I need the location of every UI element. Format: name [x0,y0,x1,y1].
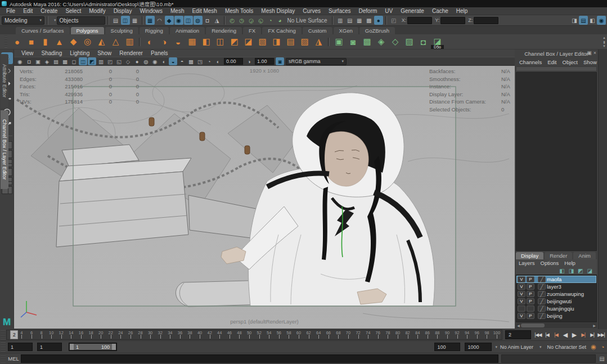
layer-color-swatch[interactable]: ╱ [538,291,546,297]
scrollbar-thumb[interactable] [521,323,545,327]
menu-item[interactable]: Help [452,8,472,14]
timeline-frame-cell[interactable]: 68 [334,330,344,339]
coord-input[interactable] [407,17,432,24]
divider[interactable] [332,16,334,25]
channel-box-menu-item[interactable]: Channels [516,59,545,65]
shelf-tab[interactable]: Animation [170,27,205,34]
step-back-key-button[interactable]: |◀ [552,330,560,339]
menu-item[interactable]: Mesh Display [257,8,299,14]
bookmarks-icon[interactable]: ◈ [43,57,51,65]
image-plane-icon[interactable]: ▤ [52,57,60,65]
go-to-start-button[interactable]: |◀◀ [534,330,542,339]
lock-selection-icon[interactable]: ◘ [203,16,212,25]
timeline-frame-cell[interactable]: 30 [145,330,155,339]
timeline-frame-cell[interactable]: 100 [492,330,502,339]
timeline-frame-cell[interactable]: 40 [195,330,205,339]
menu-item[interactable]: Deform [355,8,381,14]
append-face-button[interactable]: ▤ [284,35,297,48]
range-slider-grip[interactable] [1,343,6,352]
menu-item[interactable]: Cache [428,8,452,14]
layer-color-swatch[interactable]: ╱ [538,298,546,304]
divider[interactable] [385,16,387,25]
menu-set-selector[interactable]: Modeling ▾ [2,16,44,25]
poly-cube-button[interactable]: ■ [25,35,38,48]
step-back-frame-button[interactable]: |◀ [543,330,551,339]
poly-prism-button[interactable]: ◭ [95,35,108,48]
panel-menu-item[interactable]: View [17,50,38,56]
snap-grid-icon[interactable]: ▦ [146,16,155,25]
exposure-value[interactable]: 0.00 [224,58,243,65]
timeline-frame-cell[interactable]: 46 [224,330,235,339]
motion-blur-icon[interactable]: ◓ [178,57,186,65]
auto-keyframe-icon[interactable]: ◉ [589,343,598,352]
timeline-frame-cell[interactable]: 82 [403,330,413,339]
layer-playback-toggle[interactable]: P [527,291,534,297]
panel-menu-item[interactable]: Renderer [115,50,147,56]
poly-pyramid-button[interactable]: △ [109,35,122,48]
divider[interactable] [224,16,226,25]
poly-pipe-button[interactable]: ▥ [123,35,136,48]
play-forwards-button[interactable]: ▶ [570,330,578,339]
output-operations-icon[interactable]: ◷ [237,16,246,25]
safe-title-icon[interactable]: ◱ [115,57,123,65]
soften-edge-button[interactable]: ▣ [332,35,345,48]
timeline-frame-cell[interactable]: 66 [323,330,334,339]
transfer-attributes-button[interactable]: ▨ [403,35,416,48]
timeline-frame-cell[interactable]: 38 [185,330,195,339]
menu-item[interactable]: UV [381,8,397,14]
timeline-frame-cell[interactable]: 6 [26,330,37,339]
shelf-tab[interactable]: XGen [334,27,358,34]
current-frame-marker[interactable]: 2 [10,330,18,339]
safe-action-icon[interactable]: ◰ [106,57,114,65]
command-language-label[interactable]: MEL [6,356,21,362]
render-settings-icon[interactable]: ▩ [365,16,374,25]
layer-editor-menu-item[interactable]: Help [561,260,578,266]
menu-item[interactable]: Create [37,8,61,14]
bridge-button[interactable]: ◫ [214,35,227,48]
construction-history-icon[interactable]: ◶ [247,16,256,25]
layer-color-swatch[interactable]: ╱ [538,305,546,312]
boolean-button[interactable]: ◒ [172,35,185,48]
grid-icon[interactable]: ▦ [61,57,69,65]
insert-edge-loop-button[interactable]: ▨ [298,35,311,48]
shelf-grip[interactable] [5,36,7,47]
menu-item[interactable]: Edit Mesh [188,8,221,14]
layer-visibility-toggle[interactable]: V [518,284,525,290]
coord-input[interactable] [474,17,498,24]
toggle-channel-box-icon[interactable]: ◧ [588,16,597,25]
wireframe-icon[interactable]: ◇ [124,57,132,65]
shelf-tab[interactable]: Rigging [140,27,169,34]
menu-item[interactable]: Modify [85,8,109,14]
panel-menu-item[interactable]: Shading [38,50,66,56]
menu-item[interactable]: Surfaces [325,8,354,14]
menu-item[interactable]: Mesh [167,8,188,14]
open-render-view-icon[interactable]: ▥ [336,16,345,25]
coord-input[interactable] [440,17,465,24]
create-empty-layer-icon[interactable]: ◧ [559,268,564,274]
channel-list-empty[interactable] [516,72,597,251]
shelf-tab[interactable]: GoZBrush [359,27,395,34]
channel-box-menu-item[interactable]: Object [560,59,581,65]
timeline-frame-cell[interactable]: 16 [76,330,86,339]
layer-editor-tab[interactable]: Render [545,252,572,259]
timeline-frame-cell[interactable]: 48 [235,330,245,339]
timeline-frame-cell[interactable]: 50 [244,330,254,339]
gate-mask-icon[interactable]: ◩ [88,57,96,65]
xray-icon[interactable]: ◔ [205,57,213,65]
timeline-frame-cell[interactable]: 44 [214,330,224,339]
script-editor-icon[interactable]: ▤ [598,355,606,363]
layer-list-scrollbar[interactable]: ◀ ▶ [516,323,597,328]
timeline-frame-cell[interactable]: 52 [254,330,264,339]
crease-button[interactable]: ▩ [361,35,374,48]
scroll-right-icon[interactable]: ▶ [592,323,597,327]
timeline-frame-cell[interactable]: 90 [442,330,452,339]
current-time-field[interactable]: 2 [505,330,531,339]
history-toggle-icon[interactable]: ◵ [257,16,266,25]
gamma-value[interactable]: 1.00 [255,58,274,65]
timeline-frame-cell[interactable]: 76 [373,330,383,339]
poly-plane-button[interactable]: ◆ [67,35,80,48]
shadows-icon[interactable]: ◐ [160,57,168,65]
timeline-frame-cell[interactable]: 70 [343,330,353,339]
snap-view-plane-icon[interactable]: ◫ [184,16,193,25]
layer-row[interactable]: V P ╱ layer3 [516,283,596,290]
